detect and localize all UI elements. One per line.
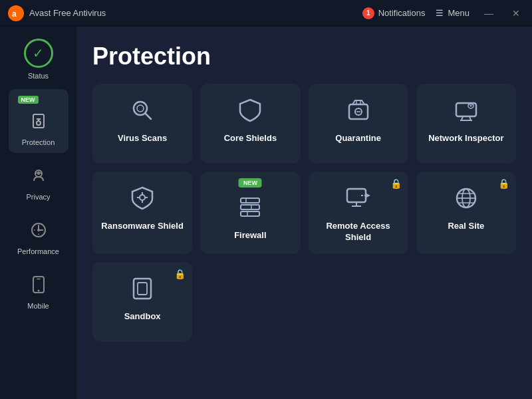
svg-rect-50 xyxy=(134,279,151,299)
card-ransomware-shield[interactable]: Ransomware Shield xyxy=(92,172,192,254)
app-title: Avast Free Antivirus xyxy=(29,8,362,18)
minimize-button[interactable]: — xyxy=(480,7,497,20)
sandbox-icon xyxy=(131,275,154,302)
card-firewall[interactable]: NEW Firewall xyxy=(200,172,300,254)
privacy-icon xyxy=(25,162,52,189)
sidebar-item-privacy[interactable]: Privacy xyxy=(9,156,68,207)
remote-access-shield-label: Remote Access Shield xyxy=(317,221,400,243)
quarantine-label: Quarantine xyxy=(335,133,381,144)
sidebar-item-protection[interactable]: NEW Protection xyxy=(9,89,68,153)
svg-marker-44 xyxy=(366,194,370,198)
close-button[interactable]: ✕ xyxy=(508,7,524,20)
virus-scans-label: Virus Scans xyxy=(118,133,167,144)
sidebar-status-label: Status xyxy=(28,72,49,80)
remote-access-icon xyxy=(345,185,372,211)
svg-point-19 xyxy=(137,105,144,112)
menu-label: Menu xyxy=(448,8,469,18)
main-content: Protection Virus Scans xyxy=(76,27,532,399)
svg-text:a: a xyxy=(12,9,17,19)
notifications-button[interactable]: 1 Notifications xyxy=(362,7,426,19)
menu-icon: ☰ xyxy=(436,8,444,18)
sidebar-privacy-label: Privacy xyxy=(26,193,50,201)
card-sandbox[interactable]: 🔒 Sandbox xyxy=(92,262,192,342)
network-inspector-label: Network Inspector xyxy=(428,133,503,144)
svg-point-10 xyxy=(37,229,40,231)
svg-rect-36 xyxy=(241,211,259,216)
app-logo: a xyxy=(8,5,24,21)
quarantine-icon xyxy=(346,97,371,124)
card-core-shields[interactable]: Core Shields xyxy=(200,84,300,164)
protection-new-badge: NEW xyxy=(18,96,39,104)
sidebar: ✓ Status NEW Protection xyxy=(0,27,76,399)
card-real-site[interactable]: 🔒 Real Site xyxy=(416,172,516,254)
sidebar-item-mobile[interactable]: Mobile xyxy=(9,265,68,317)
core-shields-icon xyxy=(238,97,262,124)
sandbox-lock-icon: 🔒 xyxy=(174,269,186,279)
sidebar-item-status[interactable]: ✓ Status xyxy=(9,32,68,86)
sidebar-mobile-label: Mobile xyxy=(27,302,49,310)
svg-rect-51 xyxy=(138,283,147,295)
svg-point-28 xyxy=(469,105,471,107)
firewall-icon xyxy=(238,194,262,221)
mobile-icon xyxy=(25,271,52,298)
network-inspector-icon xyxy=(454,97,479,124)
card-network-inspector[interactable]: Network Inspector xyxy=(416,84,516,164)
virus-scans-icon xyxy=(130,97,155,124)
real-site-label: Real Site xyxy=(448,221,484,232)
sidebar-protection-label: Protection xyxy=(22,138,55,146)
svg-rect-34 xyxy=(241,198,259,203)
notification-count: 1 xyxy=(362,7,374,19)
svg-point-29 xyxy=(140,195,145,200)
sandbox-label: Sandbox xyxy=(124,311,161,323)
titlebar: a Avast Free Antivirus 1 Notifications ☰… xyxy=(0,0,532,27)
firewall-label: Firewall xyxy=(234,230,266,241)
page-title: Protection xyxy=(92,43,516,70)
svg-point-16 xyxy=(37,290,39,292)
real-site-icon xyxy=(454,185,479,211)
remote-access-lock-icon: 🔒 xyxy=(390,178,402,189)
card-remote-access-shield[interactable]: 🔒 Remote Access Shield xyxy=(309,172,408,254)
real-site-lock-icon: 🔒 xyxy=(498,178,509,189)
titlebar-controls: 1 Notifications ☰ Menu — ✕ xyxy=(362,7,524,20)
notifications-label: Notifications xyxy=(378,8,426,18)
svg-point-2 xyxy=(37,121,41,125)
firewall-new-badge: NEW xyxy=(239,178,262,188)
app-layout: ✓ Status NEW Protection xyxy=(0,27,532,399)
core-shields-label: Core Shields xyxy=(224,133,277,144)
sidebar-item-performance[interactable]: Performance xyxy=(9,210,68,262)
status-icon: ✓ xyxy=(24,39,53,68)
svg-line-18 xyxy=(145,113,151,119)
protection-icon xyxy=(25,108,52,134)
card-virus-scans[interactable]: Virus Scans xyxy=(92,84,192,164)
cards-grid: Virus Scans Core Shields xyxy=(92,84,516,342)
sidebar-performance-label: Performance xyxy=(17,247,59,255)
card-quarantine[interactable]: Quarantine xyxy=(309,84,408,164)
ransomware-shield-label: Ransomware Shield xyxy=(101,221,184,232)
performance-icon xyxy=(25,217,52,243)
svg-rect-35 xyxy=(241,205,259,209)
ransomware-shield-icon xyxy=(130,185,154,211)
menu-button[interactable]: ☰ Menu xyxy=(436,8,469,18)
